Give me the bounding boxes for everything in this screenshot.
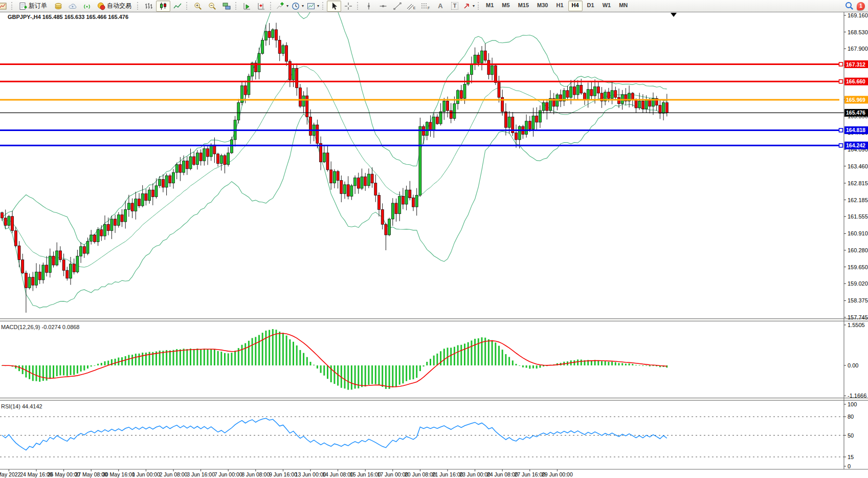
line-chart-button[interactable] (170, 1, 185, 12)
timeframe-button-h1[interactable]: H1 (552, 1, 567, 11)
new-order-button[interactable]: 新订单 (16, 1, 51, 12)
bear-candle (498, 82, 500, 97)
crosshair-icon (344, 2, 352, 10)
signals-button[interactable] (80, 1, 94, 12)
bull-candle (645, 100, 648, 109)
cursor-arrow-icon (330, 2, 338, 10)
price-chart[interactable]: 169.160168.530167.900167.270166.640165.9… (0, 0, 868, 478)
bull-candle (261, 40, 264, 54)
zoom-in-icon (194, 2, 202, 10)
bull-candle (183, 161, 185, 172)
bull-candle (302, 96, 305, 106)
axis-tick-label: 15 (848, 454, 854, 460)
bear-candle (330, 170, 332, 183)
bear-candle (460, 91, 462, 99)
text-tool-button[interactable] (433, 1, 448, 12)
bull-candle (638, 101, 641, 107)
bull-candle (165, 176, 168, 187)
candlestick-chart-button[interactable] (156, 1, 170, 12)
vertical-line-button[interactable] (362, 1, 376, 12)
chart-shift-button[interactable] (254, 1, 269, 12)
bar-chart-button[interactable] (142, 1, 156, 12)
text-label-tool-button[interactable] (448, 1, 462, 12)
market-button[interactable] (51, 1, 65, 12)
notification-badge[interactable]: 1 (857, 2, 865, 10)
bear-candle (52, 256, 55, 265)
tile-windows-button[interactable] (219, 1, 234, 12)
horizontal-line-button[interactable] (376, 1, 390, 12)
bear-candle (631, 93, 634, 100)
macd-histogram-bar (231, 353, 232, 365)
macd-histogram-bar (536, 365, 538, 368)
arrows-tool-button[interactable] (462, 1, 476, 12)
timeframe-button-m1[interactable]: M1 (482, 1, 497, 11)
macd-histogram-bar (22, 365, 24, 374)
axis-tick-label: 80 (848, 414, 854, 420)
bull-candle (141, 193, 144, 206)
vertical-line-icon (365, 2, 373, 10)
timeframe-button-mn[interactable]: MN (615, 1, 631, 11)
periods-button[interactable] (290, 1, 305, 12)
profile-button[interactable] (65, 1, 80, 12)
macd-histogram-bar (32, 365, 34, 381)
bull-candle (117, 215, 120, 226)
macd-histogram-bar (313, 365, 315, 365)
bull-candle (28, 277, 31, 288)
macd-indicator-label: MACD(12,26,9) -0.0274 0.0868 (1, 324, 79, 330)
auto-trading-button[interactable]: 自动交易 (94, 1, 136, 12)
auto-scroll-button[interactable] (240, 1, 254, 12)
bull-candle (49, 256, 51, 272)
macd-histogram-bar (128, 355, 129, 365)
timeframe-button-m15[interactable]: M15 (515, 1, 532, 11)
axis-tick-label: 161.555 (848, 213, 868, 220)
axis-tick-label: 50 (848, 432, 854, 439)
macd-histogram-bar (519, 365, 520, 366)
macd-histogram-bar (63, 365, 64, 375)
macd-histogram-bar (207, 349, 209, 365)
clock-icon (292, 2, 300, 10)
bear-candle (412, 198, 415, 207)
search-icon[interactable] (845, 2, 854, 10)
macd-histogram-bar (196, 349, 198, 365)
macd-histogram-bar (241, 345, 243, 365)
axis-tick-label: 0 (848, 463, 851, 469)
bear-candle (1, 213, 4, 218)
bull-candle (439, 112, 442, 124)
bear-candle (100, 230, 103, 236)
macd-histogram-bar (49, 365, 51, 379)
time-axis-label: 20 Jun 08:00 (405, 471, 436, 477)
zoom-out-button[interactable] (205, 1, 219, 12)
macd-histogram-bar (306, 357, 308, 365)
chart-shift-marker-icon[interactable] (671, 13, 677, 17)
indicators-button[interactable] (275, 1, 290, 12)
bear-candle (268, 31, 271, 37)
cursor-button[interactable] (327, 1, 341, 12)
axis-tick-label: 169.160 (848, 12, 868, 18)
bull-candle (491, 66, 494, 75)
timeframe-button-m5[interactable]: M5 (498, 1, 513, 11)
timeframe-button-m30[interactable]: M30 (533, 1, 551, 11)
equidistant-channel-button[interactable] (405, 1, 419, 12)
bull-candle (611, 91, 613, 99)
macd-histogram-bar (639, 365, 640, 365)
macd-histogram-bar (18, 365, 20, 371)
trendline-button[interactable] (390, 1, 405, 12)
crosshair-button[interactable] (341, 1, 355, 12)
zoom-in-button[interactable] (191, 1, 205, 12)
macd-histogram-bar (73, 365, 75, 375)
templates-button[interactable] (305, 1, 321, 12)
timeframe-button-h4[interactable]: H4 (568, 1, 583, 11)
timeframe-button-d1[interactable]: D1 (584, 1, 598, 11)
fibonacci-button[interactable] (419, 1, 433, 12)
bull-candle (230, 140, 233, 153)
time-axis-label: May 2022 (0, 471, 21, 477)
candlestick-icon (159, 2, 167, 10)
bull-candle (415, 195, 418, 207)
macd-histogram-bar (149, 352, 150, 365)
timeframe-button-w1[interactable]: W1 (599, 1, 615, 11)
rsi-indicator-label: RSI(14) 44.4142 (1, 403, 42, 409)
bear-candle (278, 40, 281, 54)
bear-candle (566, 91, 569, 97)
toolbar-grip (478, 2, 480, 10)
bull-candle (419, 126, 421, 195)
